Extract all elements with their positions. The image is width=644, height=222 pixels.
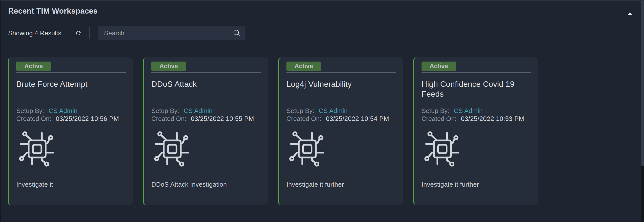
created-on-value: 03/25/2022 10:54 PM bbox=[326, 115, 389, 122]
workspace-description: Investigate it further bbox=[286, 181, 396, 188]
search-box bbox=[98, 26, 246, 40]
workspace-meta: Setup By:CS Admin Created On:03/25/2022 … bbox=[422, 107, 531, 123]
scrollbar-track[interactable] bbox=[641, 1, 644, 222]
panel-title: Recent TIM Workspaces bbox=[8, 7, 98, 16]
search-input[interactable] bbox=[104, 30, 232, 37]
circuit-chip-icon bbox=[422, 129, 462, 169]
circuit-chip-icon bbox=[287, 129, 328, 169]
divider bbox=[5, 48, 638, 48]
setup-by-label: Setup By: bbox=[16, 107, 44, 114]
recent-tim-workspaces-panel: Recent TIM Workspaces Showing 4 Results bbox=[1, 1, 641, 222]
divider bbox=[422, 72, 531, 73]
circuit-chip-icon bbox=[152, 129, 192, 169]
workspace-card[interactable]: Active Brute Force Attempt Setup By:CS A… bbox=[8, 57, 132, 205]
results-count: Showing 4 Results bbox=[8, 30, 61, 37]
created-on-value: 03/25/2022 10:55 PM bbox=[191, 115, 254, 122]
workspace-meta: Setup By:CS Admin Created On:03/25/2022 … bbox=[286, 107, 396, 123]
created-on-label: Created On: bbox=[16, 115, 51, 122]
workspace-card[interactable]: Active High Confidence Covid 19 Feeds Se… bbox=[413, 57, 538, 205]
setup-by-value[interactable]: CS Admin bbox=[319, 107, 348, 114]
status-badge: Active bbox=[286, 62, 321, 71]
separator bbox=[90, 27, 90, 39]
workspace-title: Brute Force Attempt bbox=[16, 79, 126, 107]
created-on-value: 03/25/2022 10:56 PM bbox=[56, 115, 119, 122]
workspace-title: Log4j Vulnerability bbox=[286, 79, 396, 107]
workspace-cards: Active Brute Force Attempt Setup By:CS A… bbox=[8, 57, 538, 205]
workspace-title: DDoS Attack bbox=[151, 79, 261, 107]
workspace-description: Investigate it bbox=[16, 181, 126, 188]
setup-by-label: Setup By: bbox=[422, 107, 450, 114]
setup-by-value[interactable]: CS Admin bbox=[184, 107, 212, 114]
setup-by-value[interactable]: CS Admin bbox=[454, 107, 483, 114]
workspace-meta: Setup By:CS Admin Created On:03/25/2022 … bbox=[151, 107, 261, 123]
circuit-chip-icon bbox=[17, 129, 57, 169]
search-icon[interactable] bbox=[232, 29, 241, 37]
refresh-button[interactable] bbox=[67, 26, 90, 40]
setup-by-value[interactable]: CS Admin bbox=[49, 107, 78, 114]
status-badge: Active bbox=[422, 62, 456, 71]
workspace-card[interactable]: Active DDoS Attack Setup By:CS Admin Cre… bbox=[143, 57, 268, 205]
status-badge: Active bbox=[151, 62, 186, 71]
page-left-edge bbox=[0, 0, 1, 222]
workspace-description: Investigate it further bbox=[422, 181, 531, 188]
page-top-strip bbox=[0, 0, 644, 1]
status-badge: Active bbox=[16, 62, 51, 71]
workspace-title: High Confidence Covid 19 Feeds bbox=[422, 79, 531, 107]
created-on-label: Created On: bbox=[286, 115, 322, 122]
workspace-description: DDoS Attack Investigation bbox=[151, 181, 261, 188]
refresh-icon bbox=[74, 29, 82, 37]
divider bbox=[151, 72, 261, 73]
created-on-value: 03/25/2022 10:53 PM bbox=[461, 115, 524, 122]
setup-by-label: Setup By: bbox=[286, 107, 314, 114]
workspace-card[interactable]: Active Log4j Vulnerability Setup By:CS A… bbox=[278, 57, 403, 205]
divider bbox=[16, 72, 126, 73]
created-on-label: Created On: bbox=[422, 115, 456, 122]
collapse-caret-up-icon[interactable] bbox=[628, 12, 632, 15]
divider bbox=[286, 72, 396, 73]
setup-by-label: Setup By: bbox=[151, 107, 179, 114]
created-on-label: Created On: bbox=[151, 115, 186, 122]
scrollbar-thumb[interactable] bbox=[641, 1, 644, 166]
toolbar: Showing 4 Results bbox=[8, 26, 246, 40]
workspace-meta: Setup By:CS Admin Created On:03/25/2022 … bbox=[16, 107, 126, 123]
